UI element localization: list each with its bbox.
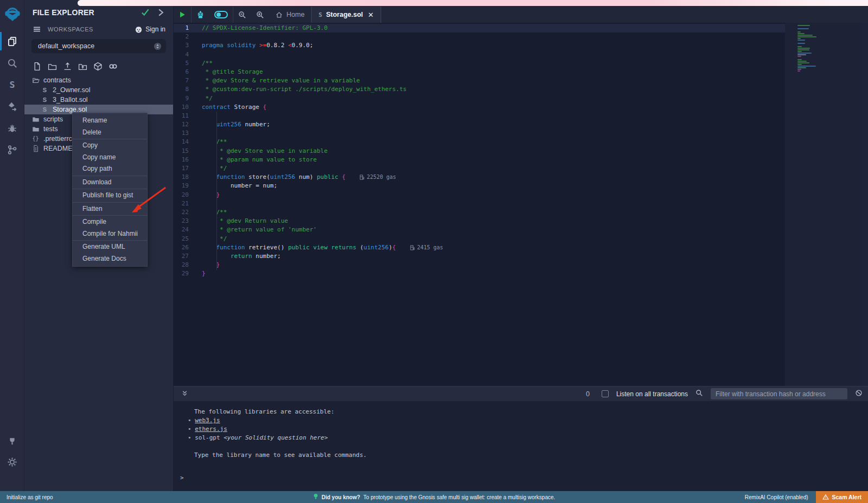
cube-icon[interactable] [93,62,103,71]
context-menu-item-copy[interactable]: Copy [73,140,147,152]
sidebar-debugger-icon[interactable] [0,117,24,139]
github-signin-button[interactable]: Sign in [135,25,165,34]
workspace-select[interactable]: default_workspace [31,39,166,53]
link-icon[interactable] [108,62,118,71]
context-menu-item-delete[interactable]: Delete [73,127,147,139]
line-number: 18 [174,173,202,182]
solidity-file-icon: S [41,106,49,114]
line-number: 4 [174,50,202,59]
new-file-icon[interactable] [33,62,42,71]
code-editor[interactable]: 1// SPDX-License-Identifier: GPL-3.023pr… [174,23,861,386]
collapse-terminal-icon[interactable] [181,389,188,399]
sidebar-plugin-manager-icon[interactable] [0,429,24,451]
minimap-line [797,31,801,33]
run-script-button[interactable] [174,7,191,23]
code-line: 5/** [174,59,785,68]
panel-title: FILE EXPLORER [33,8,135,17]
check-icon[interactable] [141,8,150,17]
code-line: 22 /** [174,208,785,217]
code-text: */ [202,164,227,173]
code-line: 8 * @custom:dev-run-script ./scripts/dep… [174,85,785,94]
zoom-in-icon[interactable] [251,7,269,23]
tree-item-label: 3_Ballot.sol [53,95,88,105]
upload-file-icon[interactable] [63,62,72,71]
code-text: number = num; [202,182,277,190]
terminal-link-line[interactable]: ethers.js [174,425,868,434]
sidebar-settings-icon[interactable] [0,451,24,473]
minimap-line [797,44,825,46]
workspace-select-value: default_workspace [38,42,94,50]
listen-checkbox[interactable] [602,390,609,397]
transaction-filter-input[interactable] [711,388,847,399]
context-menu-item-compile[interactable]: Compile [73,216,147,228]
status-bar: Initialize as git repo Did you know? To … [0,491,868,503]
context-menu-item-download[interactable]: Download [73,177,147,189]
library-link[interactable]: web3.js [195,417,220,424]
context-menu-item-publish-file-to-gist[interactable]: Publish file to gist [73,190,147,202]
chevron-right-icon[interactable] [156,8,165,17]
terminal-line: The following libraries are accessible: [174,408,868,416]
search-terminal-icon[interactable] [695,389,703,399]
line-number: 2 [174,33,202,41]
hamburger-menu-icon[interactable] [33,25,41,34]
menu-divider [73,240,147,241]
sidebar-deploy-run-icon[interactable] [0,95,24,117]
minimap[interactable] [797,25,825,72]
folder-open-icon [31,76,40,85]
code-text: * @dev Store & retrieve value in a varia… [202,76,360,85]
line-number: 7 [174,76,202,85]
folder-icon [31,115,40,124]
zoom-out-icon[interactable] [233,7,251,23]
context-menu-item-copy-name[interactable]: Copy name [73,152,147,164]
context-menu-item-generate-docs[interactable]: Generate Docs [73,253,147,265]
context-menu-item-rename[interactable]: Rename [73,115,147,127]
scam-alert-button[interactable]: Scam Alert [816,491,868,503]
library-link[interactable]: ethers.js [195,425,227,433]
listen-label: Listen on all transactions [616,390,688,398]
minimap-line [797,56,801,57]
code-text: * @param num value to store [202,156,317,164]
context-menu-item-generate-uml[interactable]: Generate UML [73,241,147,253]
code-text: * @dev Return value [202,217,288,225]
code-text: } [202,269,206,278]
code-line: 3pragma solidity >=0.8.2 <0.9.0; [174,41,785,50]
copilot-toggle[interactable] [209,7,233,23]
svg-text:S: S [10,80,15,90]
code-text: } [202,191,220,199]
sidebar-file-explorer-icon[interactable] [0,30,24,52]
terminal-link-line[interactable]: web3.js [174,416,868,425]
code-line: 29} [174,269,785,278]
clear-terminal-icon[interactable] [855,389,863,399]
lightbulb-icon [313,493,318,501]
minimap-line [797,28,809,29]
context-menu-item-compile-for-nahmii[interactable]: Compile for Nahmii [73,228,147,240]
code-line: 28 } [174,261,785,269]
indent-guide [216,112,217,270]
line-number: 13 [174,129,202,138]
minimap-line [797,51,802,52]
minimap-line [797,70,800,72]
minimap-line [797,35,813,36]
updown-arrows-icon [154,42,162,50]
copilot-status[interactable]: RemixAI Copilot (enabled) [745,494,816,500]
tab-home[interactable]: Home [269,7,311,23]
minimap-line [797,69,801,70]
tree-item-2-owner-sol[interactable]: S2_Owner.sol [24,85,173,95]
sidebar-search-icon[interactable] [0,52,24,74]
tab-storage-sol[interactable]: S Storage.sol ✕ [311,7,381,23]
upload-folder-icon[interactable] [78,62,87,71]
terminal-output[interactable]: The following libraries are accessible:w… [174,401,868,491]
tree-item-3-ballot-sol[interactable]: S3_Ballot.sol [24,95,173,105]
new-folder-icon[interactable] [48,62,57,71]
minimap-line [797,27,825,28]
tree-item-contracts[interactable]: contracts [24,75,173,85]
context-menu-item-flatten[interactable]: Flatten [73,203,147,215]
sidebar-git-icon[interactable] [0,139,24,160]
close-tab-icon[interactable]: ✕ [368,11,374,19]
remix-logo-icon[interactable] [0,3,24,25]
minimap-line [797,64,802,65]
git-init-button[interactable]: Initialize as git repo [0,494,53,500]
ai-assistant-icon[interactable] [192,7,209,23]
context-menu-item-copy-path[interactable]: Copy path [73,163,147,175]
sidebar-solidity-compiler-icon[interactable]: S [0,74,24,95]
